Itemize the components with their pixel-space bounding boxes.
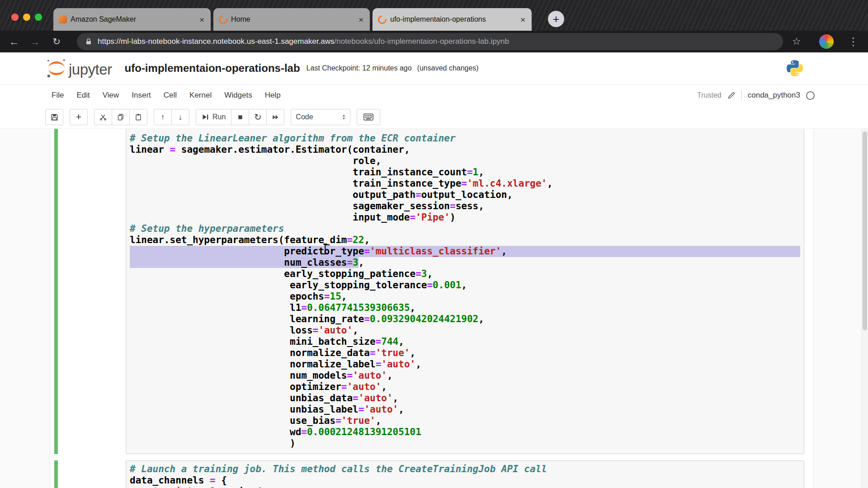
move-cell-down-button[interactable]: ↓ xyxy=(171,109,189,125)
paste-icon xyxy=(135,113,142,121)
tab-close-icon[interactable]: × xyxy=(519,15,526,24)
code-editor[interactable]: # Launch a training job. This method cal… xyxy=(126,460,804,488)
code-line[interactable]: normalize_label='auto', xyxy=(130,359,800,370)
close-button[interactable] xyxy=(11,14,19,21)
cell-type-dropdown[interactable]: Code ▲▼ xyxy=(291,109,350,125)
insert-cell-button[interactable]: + xyxy=(70,109,88,125)
menu-kernel[interactable]: Kernel xyxy=(183,91,218,100)
tab-ufo-notebook[interactable]: ufo-implementaion-operations × xyxy=(373,8,532,31)
code-cell-estimator[interactable]: # Setup the LinearLeaner algorithm from … xyxy=(54,129,804,454)
jupyter-logo-icon xyxy=(46,58,67,79)
url-bar: ← → ↻ https://ml-labs-notebook-instance.… xyxy=(0,31,868,52)
move-cell-up-button[interactable]: ↑ xyxy=(154,109,172,125)
cell-prompt xyxy=(54,460,126,488)
jupyter-wordmark: jupyter xyxy=(69,61,112,78)
cell-prompt xyxy=(54,129,126,454)
tab-title: ufo-implementaion-operations xyxy=(390,15,516,23)
reload-icon[interactable]: ↻ xyxy=(47,31,66,52)
run-icon xyxy=(202,113,209,121)
interrupt-kernel-button[interactable] xyxy=(231,109,249,125)
restart-run-all-button[interactable] xyxy=(266,109,284,125)
unsaved-changes-status: (unsaved changes) xyxy=(417,64,479,72)
menu-view[interactable]: View xyxy=(96,91,126,100)
code-line[interactable]: # Launch a training job. This method cal… xyxy=(130,464,800,475)
minimize-button[interactable] xyxy=(23,14,30,21)
restart-kernel-button[interactable]: ↻ xyxy=(249,109,267,125)
code-line[interactable]: data_channels = { xyxy=(130,475,800,486)
browser-menu-icon[interactable]: ⋮ xyxy=(848,36,859,48)
jupyter-logo: jupyter xyxy=(46,58,112,79)
code-line[interactable]: # Setup the hyperparameters xyxy=(130,223,800,235)
code-line[interactable]: train_instance_type='ml.c4.xlarge', xyxy=(130,178,800,189)
code-line[interactable]: normalize_data='true', xyxy=(130,347,800,359)
code-line[interactable]: early_stopping_patience=3, xyxy=(130,268,800,280)
restart-icon: ↻ xyxy=(254,113,262,122)
code-line[interactable]: l1=0.0647741539306635, xyxy=(130,302,800,314)
code-line[interactable]: epochs=15, xyxy=(130,291,800,302)
menu-widgets[interactable]: Widgets xyxy=(218,91,258,100)
code-line[interactable]: input_mode='Pipe') xyxy=(130,212,800,223)
notebook-title[interactable]: ufo-implementaion-operations-lab xyxy=(125,62,300,75)
profile-avatar[interactable] xyxy=(819,34,834,49)
code-line[interactable]: learning_rate=0.09329042024421902, xyxy=(130,314,800,325)
scrollbar-track[interactable] xyxy=(861,129,868,488)
code-line[interactable]: # Setup the LinearLeaner algorithm from … xyxy=(130,133,800,144)
save-button[interactable] xyxy=(45,109,63,125)
code-cell-training-job[interactable]: # Launch a training job. This method cal… xyxy=(54,460,804,488)
tab-title: Amazon SageMaker xyxy=(71,15,195,23)
menu-help[interactable]: Help xyxy=(259,91,287,100)
mouse-cursor xyxy=(322,243,329,255)
code-line[interactable]: num_classes=3, xyxy=(130,257,800,268)
address-bar[interactable]: https://ml-labs-notebook-instance.notebo… xyxy=(77,33,783,50)
tab-close-icon[interactable]: × xyxy=(358,15,364,24)
paste-cell-button[interactable] xyxy=(129,109,147,125)
menu-insert[interactable]: Insert xyxy=(125,91,157,100)
zoom-button[interactable] xyxy=(35,14,42,21)
bookmark-star-icon[interactable]: ☆ xyxy=(792,36,801,47)
code-line[interactable]: early_stopping_tolerance=0.001, xyxy=(130,280,800,291)
keyboard-icon xyxy=(363,113,373,121)
code-line[interactable]: optimizer='auto', xyxy=(130,381,800,393)
python-logo-icon xyxy=(786,59,804,77)
code-line[interactable]: unbias_label='auto', xyxy=(130,404,800,415)
code-line[interactable]: num_models='auto', xyxy=(130,370,800,381)
code-line[interactable]: linear.set_hyperparameters(feature_dim=2… xyxy=(130,235,800,246)
menu-cell[interactable]: Cell xyxy=(157,91,183,100)
menu-file[interactable]: File xyxy=(45,91,70,100)
select-arrows-icon: ▲▼ xyxy=(342,114,345,120)
forward-icon[interactable]: → xyxy=(25,31,44,52)
code-line[interactable]: ) xyxy=(130,438,800,449)
notebook-header: jupyter ufo-implementaion-operations-lab… xyxy=(0,52,868,84)
code-line[interactable]: linear = sagemaker.estimator.Estimator(c… xyxy=(130,144,800,155)
trusted-badge: Trusted xyxy=(697,91,722,99)
cut-cell-button[interactable] xyxy=(94,109,112,125)
code-line[interactable]: use_bias='true', xyxy=(130,415,800,427)
code-line[interactable]: mini_batch_size=744, xyxy=(130,336,800,347)
checkpoint-status: Last Checkpoint: 12 minutes ago xyxy=(307,64,412,72)
code-line[interactable]: output_path=output_location, xyxy=(130,189,800,201)
code-line[interactable]: predictor_type='multiclass_classifier', xyxy=(130,246,800,257)
code-line[interactable]: loss='auto', xyxy=(130,325,800,336)
tab-close-icon[interactable]: × xyxy=(198,15,205,24)
back-icon[interactable]: ← xyxy=(5,31,24,52)
code-line[interactable]: unbias_data='auto', xyxy=(130,393,800,404)
tab-amazon-sagemaker[interactable]: Amazon SageMaker × xyxy=(53,8,211,31)
code-line[interactable]: train_instance_count=1, xyxy=(130,167,800,178)
code-line[interactable]: sagemaker_session=sess, xyxy=(130,201,800,212)
scissors-icon xyxy=(99,113,107,121)
browser-window: Amazon SageMaker × Home × ufo-implementa… xyxy=(0,0,868,488)
tab-home[interactable]: Home × xyxy=(213,8,370,31)
menu-edit[interactable]: Edit xyxy=(70,91,96,100)
code-editor[interactable]: # Setup the LinearLeaner algorithm from … xyxy=(126,129,804,454)
fast-forward-icon xyxy=(272,114,279,121)
new-tab-button[interactable]: + xyxy=(548,11,564,27)
kernel-name: conda_python3 xyxy=(748,91,800,100)
scrollbar-thumb[interactable] xyxy=(863,131,867,330)
copy-icon xyxy=(117,113,124,121)
code-line[interactable]: role, xyxy=(130,155,800,167)
code-line[interactable]: 'train': s3_train_data, xyxy=(130,486,800,488)
code-line[interactable]: wd=0.000212481391205101 xyxy=(130,427,800,438)
command-palette-button[interactable] xyxy=(357,109,380,125)
copy-cell-button[interactable] xyxy=(112,109,130,125)
run-button[interactable]: Run xyxy=(196,109,231,125)
